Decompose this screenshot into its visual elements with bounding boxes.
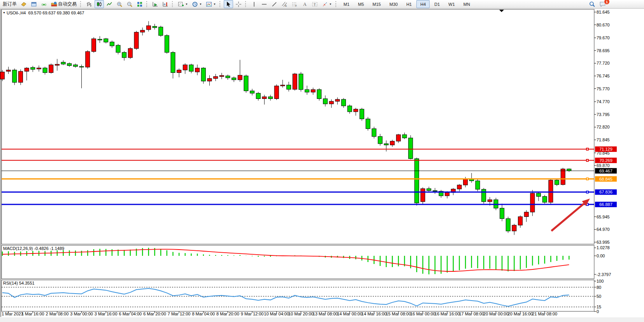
chart-shift-button[interactable] — [161, 0, 170, 8]
chart-title[interactable]: ▼USOil-,H4 69.570 69.637 69.380 69.467 — [3, 11, 84, 15]
timeframe-h4-button[interactable]: H4 — [416, 0, 430, 8]
bar-chart-icon — [86, 1, 92, 7]
dropdown-caret-icon[interactable]: ▼ — [199, 3, 202, 5]
new-order-button[interactable]: 新订单 — [1, 0, 18, 8]
rsi-line — [2, 289, 569, 306]
svg-text:100: 100 — [597, 279, 604, 283]
symbol-period-label: USOil-,H4 — [7, 11, 26, 15]
arrow-annotation[interactable] — [551, 199, 590, 231]
autotrading-button[interactable]: 自动交易 — [49, 0, 78, 8]
periods-button[interactable]: ▼ — [190, 0, 204, 8]
svg-text:3 Mar 16:00: 3 Mar 16:00 — [95, 311, 118, 316]
svg-text:16 Mar 00:00: 16 Mar 00:00 — [410, 311, 435, 316]
timeframe-w1-button[interactable]: W1 — [444, 0, 459, 8]
templates-icon — [206, 1, 212, 7]
crosshair-tool-button[interactable] — [234, 0, 243, 8]
svg-text:69.467: 69.467 — [599, 169, 612, 173]
text-label-tool-button[interactable]: T — [310, 0, 319, 8]
svg-text:76.745: 76.745 — [597, 74, 610, 78]
autotrading-label: 自动交易 — [58, 1, 77, 7]
candlestick-chart-button[interactable] — [95, 0, 104, 8]
vertical-line-tool-button[interactable] — [249, 0, 259, 8]
candles-layer[interactable] — [0, 21, 571, 235]
signals-button[interactable] — [39, 0, 49, 8]
svg-text:T: T — [314, 2, 316, 6]
timeframe-m30-button[interactable]: M30 — [386, 0, 402, 8]
rsi-indicator-label: RSI(14) 54.3551 — [3, 281, 35, 285]
text-label-icon: T — [312, 1, 318, 7]
symbol-search-button[interactable] — [587, 0, 597, 8]
periods-icon — [192, 1, 198, 7]
tile-windows-button[interactable] — [135, 0, 144, 8]
svg-text:A: A — [303, 2, 307, 7]
signals-icon — [41, 1, 47, 7]
line-chart-icon — [106, 1, 112, 7]
terminal-button[interactable] — [29, 0, 39, 8]
zoom-in-button[interactable] — [115, 0, 124, 8]
chart-svg[interactable]: 81.64580.67079.67078.69577.72076.74575.7… — [0, 0, 644, 322]
vertical-line-icon — [251, 1, 257, 7]
time-axis: 1 Mar 20231 Mar 16:002 Mar 08:003 Mar 00… — [2, 311, 557, 317]
text-icon: A — [302, 1, 308, 7]
dropdown-caret-icon[interactable]: ▼ — [213, 3, 216, 5]
channel-tool-button[interactable]: E — [280, 0, 289, 8]
svg-text:63.995: 63.995 — [597, 240, 610, 245]
svg-text:6 Mar 20:00: 6 Mar 20:00 — [143, 311, 166, 316]
chart-shift-marker[interactable] — [499, 10, 504, 12]
shapes-tool-button[interactable]: ▼ — [320, 0, 333, 8]
svg-text:15 Mar 08:00: 15 Mar 08:00 — [386, 311, 411, 316]
svg-text:10 Mar 20:00: 10 Mar 20:00 — [288, 311, 314, 316]
svg-text:2 Mar 08:00: 2 Mar 08:00 — [46, 311, 69, 316]
timeframe-mn-button[interactable]: MN — [460, 0, 474, 8]
add-indicator-icon — [178, 1, 184, 7]
svg-text:74.770: 74.770 — [597, 99, 610, 104]
timeframe-m15-button[interactable]: M15 — [369, 0, 384, 8]
horizontal-level-lines[interactable]: 71.12970.26969.46768.84567.83666.887 — [2, 146, 617, 207]
symbol-dropdown-icon[interactable]: ▼ — [3, 11, 5, 14]
dropdown-caret-icon[interactable]: ▼ — [329, 3, 332, 5]
svg-text:10 Mar 04:00: 10 Mar 04:00 — [264, 311, 289, 316]
timeframe-m5-button[interactable]: M5 — [354, 0, 368, 8]
text-tool-button[interactable]: A — [300, 0, 309, 8]
svg-text:70.269: 70.269 — [599, 158, 612, 163]
shapes-icon — [322, 1, 328, 7]
timeframe-d1-button[interactable]: D1 — [430, 0, 444, 8]
trendline-tool-button[interactable] — [270, 0, 279, 8]
line-chart-button[interactable] — [105, 0, 114, 8]
macd-layer[interactable] — [2, 248, 569, 274]
horizontal-line-tool-button[interactable] — [260, 0, 269, 8]
svg-text:16 Mar 16:00: 16 Mar 16:00 — [435, 311, 460, 316]
svg-text:1.0278: 1.0278 — [597, 245, 610, 250]
svg-text:81.645: 81.645 — [597, 10, 610, 14]
cursor-tool-button[interactable] — [224, 0, 233, 8]
timeframe-m1-button[interactable]: M1 — [340, 0, 353, 8]
bar-chart-button[interactable] — [84, 0, 94, 8]
svg-text:15: 15 — [597, 304, 601, 309]
fibonacci-tool-button[interactable]: F — [290, 0, 299, 8]
templates-button[interactable]: ▼ — [204, 0, 218, 8]
notification-badge: 1 — [604, 0, 610, 5]
community-chat-button[interactable]: 1 — [598, 0, 607, 8]
gold-tag-button[interactable] — [19, 0, 28, 8]
macd-indicator-label: MACD(12,26,9) -0.4826 -1.1489 — [3, 246, 64, 251]
timeframe-h1-button[interactable]: H1 — [402, 0, 416, 8]
add-indicator-button[interactable]: ▼ — [176, 0, 190, 8]
auto-scroll-button[interactable] — [151, 0, 160, 8]
svg-text:75.770: 75.770 — [597, 86, 610, 91]
dropdown-caret-icon[interactable]: ▼ — [185, 3, 188, 5]
toolbar-grip — [172, 1, 174, 7]
zoom-out-button[interactable] — [125, 0, 134, 8]
svg-text:14 Mar 00:00: 14 Mar 00:00 — [337, 311, 362, 316]
new-order-label: 新订单 — [3, 1, 17, 7]
zoom-in-icon — [116, 1, 123, 7]
svg-text:64.970: 64.970 — [597, 227, 610, 232]
svg-text:14 Mar 16:00: 14 Mar 16:00 — [361, 311, 387, 316]
terminal-window-icon — [31, 1, 37, 7]
ohlc-quote-label: 69.570 69.637 69.380 69.467 — [28, 11, 84, 15]
svg-text:13 Mar 08:00: 13 Mar 08:00 — [313, 311, 338, 316]
rsi-layer[interactable] — [2, 289, 569, 306]
svg-text:68.845: 68.845 — [599, 177, 612, 181]
main-toolbar: 新订单 自动交易 — [0, 0, 644, 9]
crosshair-icon — [235, 1, 242, 7]
price-axis: 81.64580.67079.67078.69577.72076.74575.7… — [2, 10, 611, 314]
